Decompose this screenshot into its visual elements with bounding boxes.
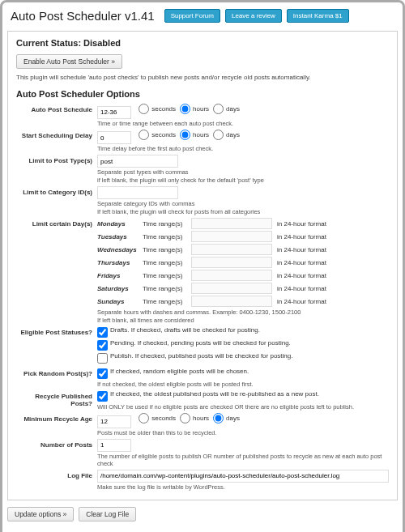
day-time-input[interactable] [191,270,272,281]
minage-label: Minimum Recycle Age [16,413,97,423]
update-options-button[interactable]: Update options » [7,507,74,521]
time-range-label: Time range(s) [143,259,191,266]
delay-help: Time delay before the first auto post ch… [97,145,389,152]
day-time-input[interactable] [191,296,272,307]
recycle-help2: Will ONLY be used if no eligible posts a… [97,403,389,411]
statuses-label: Eligible Post Statuses? [16,326,97,336]
random-label: Pick Random Post(s)? [16,368,97,377]
day-row: MondaysTime range(s)in 24-hour format [97,218,389,229]
day-time-input[interactable] [191,218,272,229]
random-help1: If checked, random eligible posts will b… [110,368,249,375]
day-row: SaturdaysTime range(s)in 24-hour format [97,283,389,294]
time-range-label: Time range(s) [143,272,191,279]
delay-days-radio[interactable] [213,130,224,140]
day-row: ThursdaysTime range(s)in 24-hour format [97,257,389,268]
schedule-seconds-radio[interactable] [139,104,149,114]
time-range-label: Time range(s) [143,246,191,253]
delay-hours-radio[interactable] [180,130,190,140]
pending-checkbox[interactable] [97,340,108,351]
instant-karma-button[interactable]: Instant Karma $1 [287,9,349,23]
log-section: Auto Post Scheduler log 2014-11-18 11:52… [6,530,399,533]
logfile-help: Make sure the log file is writable by Wo… [97,483,389,491]
support-forum-button[interactable]: Support Forum [164,9,220,23]
format-label: in 24-hour format [277,285,326,292]
minage-input[interactable] [97,415,131,428]
cats-help1: Separate category IDs with commas [97,200,389,207]
types-label: Limit to Post Type(s) [16,155,97,164]
schedule-label: Auto Post Schedule [16,104,97,113]
schedule-input[interactable] [97,106,131,119]
day-row: TuesdaysTime range(s)in 24-hour format [97,231,389,242]
format-label: in 24-hour format [277,220,326,228]
enable-scheduler-button[interactable]: Enable Auto Post Scheduler » [16,54,122,69]
days-help2: If left blank, all times are considered [97,317,389,324]
recycle-checkbox[interactable] [97,391,108,402]
clear-log-button[interactable]: Clear Log File [79,507,136,521]
options-heading: Auto Post Scheduler Options [16,89,389,99]
schedule-days-radio[interactable] [213,104,224,114]
day-time-input[interactable] [191,283,272,294]
publish-checkbox[interactable] [97,353,108,364]
status-panel: Current Status: Disabled Enable Auto Pos… [7,31,398,500]
recycle-help1: If checked, the oldest published posts w… [110,390,319,398]
day-name: Tuesdays [97,233,143,240]
numposts-label: Number of Posts [16,439,97,449]
day-time-input[interactable] [191,231,272,242]
page-title: Auto Post Scheduler v1.41 [11,9,155,23]
drafts-checkbox[interactable] [97,327,108,338]
format-label: in 24-hour format [277,259,326,266]
day-time-input[interactable] [191,244,272,255]
cats-help2: If left blank, the plugin will check for… [97,208,389,215]
leave-review-button[interactable]: Leave a review [225,9,282,23]
pending-text: Pending. If checked, pending posts will … [110,339,291,347]
day-name: Fridays [97,272,143,279]
recycle-label: Recycle Published Posts? [16,390,97,407]
time-range-label: Time range(s) [143,220,191,228]
status-heading: Current Status: Disabled [16,38,389,48]
day-time-input[interactable] [191,257,272,268]
publish-text: Publish. If checked, published posts wil… [110,352,292,360]
minage-help: Posts must be older than this to be recy… [97,429,389,436]
day-name: Mondays [97,220,143,228]
time-range-label: Time range(s) [143,298,191,305]
drafts-text: Drafts. If checked, drafts will be check… [110,326,260,334]
day-name: Thursdays [97,259,143,266]
logfile-label: Log File [16,470,97,479]
delay-label: Start Scheduling Delay [16,130,97,139]
day-name: Wednesdays [97,246,143,253]
day-row: WednesdaysTime range(s)in 24-hour format [97,244,389,255]
format-label: in 24-hour format [277,298,326,305]
day-name: Sundays [97,298,143,305]
delay-input[interactable] [97,131,131,144]
types-help2: if left blank, the plugin will only chec… [97,177,389,184]
format-label: in 24-hour format [277,233,326,240]
minage-hours-radio[interactable] [180,413,190,423]
logfile-input[interactable] [97,470,389,483]
format-label: in 24-hour format [277,246,326,253]
time-range-label: Time range(s) [143,285,191,292]
delay-seconds-radio[interactable] [139,130,149,140]
days-label: Limit certain Day(s) [16,218,97,228]
day-row: FridaysTime range(s)in 24-hour format [97,270,389,281]
header: Auto Post Scheduler v1.41 Support Forum … [6,6,399,29]
time-range-label: Time range(s) [143,233,191,240]
day-name: Saturdays [97,285,143,292]
types-help1: Separate post types with commas [97,168,389,176]
format-label: in 24-hour format [277,272,326,279]
types-input[interactable] [97,155,178,168]
plugin-description: This plugin will schedule 'auto post che… [16,74,389,81]
random-help2: If not checked, the oldest eligible post… [97,381,389,388]
minage-days-radio[interactable] [213,413,224,423]
cats-input[interactable] [97,186,178,199]
random-checkbox[interactable] [97,368,108,379]
minage-seconds-radio[interactable] [139,413,149,423]
schedule-hours-radio[interactable] [180,104,190,114]
cats-label: Limit to Category ID(s) [16,186,97,196]
schedule-help: Time or time range between each auto pos… [97,120,389,127]
days-help1: Separate hours with dashes and commas. E… [97,309,389,316]
numposts-help: The number of eligible posts to publish … [97,453,389,467]
numposts-input[interactable] [97,439,131,452]
day-row: SundaysTime range(s)in 24-hour format [97,296,389,307]
